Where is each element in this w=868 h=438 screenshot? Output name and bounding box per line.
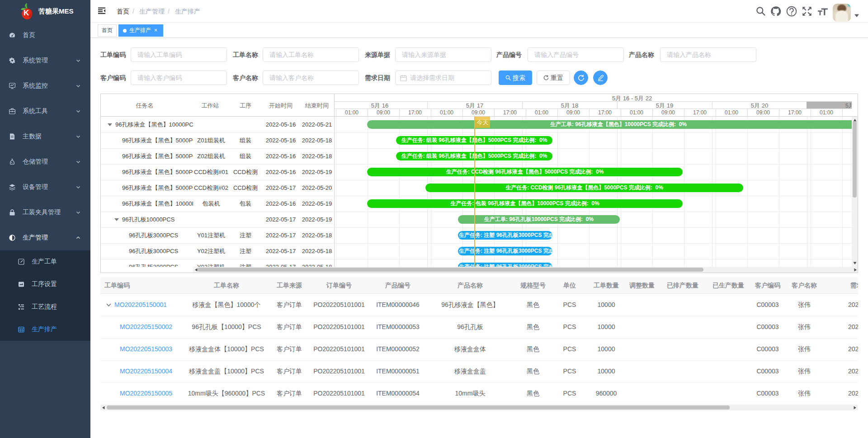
svg-text:K: K [24, 9, 29, 17]
